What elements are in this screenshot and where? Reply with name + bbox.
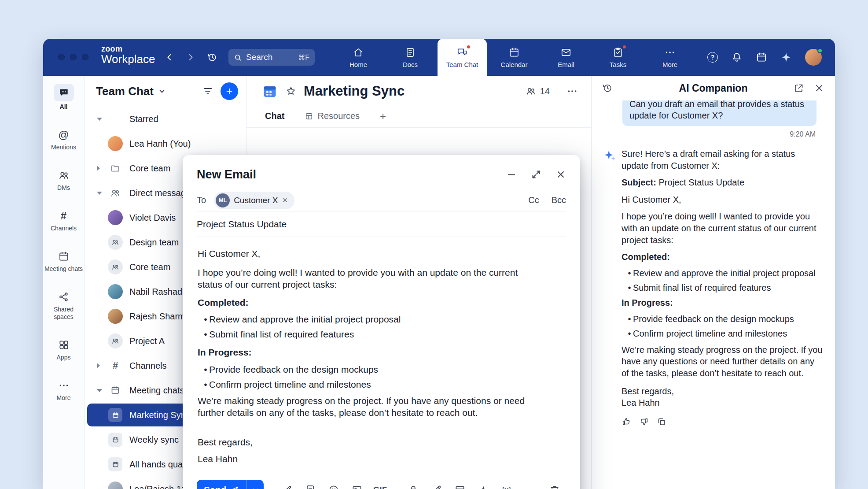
window-minimize-button[interactable] (70, 54, 77, 60)
more-icon (664, 47, 676, 58)
shared-spaces-icon (54, 290, 74, 304)
nav-email[interactable]: Email (541, 39, 591, 76)
rail-all[interactable]: All (44, 84, 84, 110)
forward-button[interactable] (186, 52, 195, 62)
composer-toolbar: Send GIF (183, 478, 580, 489)
ai-inprogress-heading: In Progress: (622, 297, 824, 309)
primary-nav: Home Docs Team Chat Calendar (334, 39, 695, 76)
recipient-chip[interactable]: ML Customer X (214, 192, 294, 209)
chat-title: Marketing Sync (304, 83, 405, 99)
sidebar-section-starred[interactable]: Starred (85, 107, 246, 131)
notifications-bell-icon[interactable] (731, 52, 743, 63)
tasks-notification-dot (622, 44, 627, 49)
emoji-icon[interactable] (322, 480, 345, 489)
left-icon-rail: All @ Mentions DMs # Channels Meeting (43, 76, 85, 489)
bcc-button[interactable]: Bcc (552, 195, 566, 205)
tab-add[interactable]: + (380, 110, 386, 122)
send-plane-icon (230, 485, 239, 489)
ai-close-icon[interactable] (814, 83, 824, 93)
nav-more[interactable]: More (645, 39, 695, 76)
help-icon[interactable]: ? (707, 52, 718, 63)
search-input[interactable]: Search ⌘F (228, 49, 315, 66)
ai-response: Sure! Here’s a draft email asking for a … (622, 148, 824, 426)
history-icon[interactable] (207, 52, 217, 63)
home-icon (353, 47, 364, 58)
new-chat-button[interactable] (221, 82, 238, 100)
user-avatar[interactable] (805, 49, 822, 66)
nav-tasks[interactable]: Tasks (593, 39, 643, 76)
window-zoom-button[interactable] (82, 54, 88, 60)
nav-calendar[interactable]: Calendar (489, 39, 539, 76)
tab-resources[interactable]: Resources (305, 111, 360, 121)
channels-hash-icon: # (54, 209, 74, 223)
back-button[interactable] (165, 52, 174, 62)
ai-response-body-intro: I hope you’re doing well! I wanted to pr… (622, 211, 824, 246)
calendar-quick-icon[interactable] (756, 52, 767, 63)
edit-pencil-icon[interactable] (425, 480, 448, 489)
all-chats-icon (54, 84, 74, 101)
nav-home[interactable]: Home (334, 39, 383, 76)
avatar (108, 136, 123, 151)
search-placeholder: Search (246, 52, 272, 62)
template-icon[interactable] (298, 480, 322, 489)
sidebar-item-lea-hanh[interactable]: Lea Hanh (You) (85, 131, 246, 156)
members-count[interactable]: 14 (526, 86, 550, 96)
new-email-modal: New Email To ML Customer X (183, 155, 580, 489)
gif-icon[interactable]: GIF (368, 480, 392, 489)
image-icon[interactable] (345, 480, 368, 489)
filter-icon[interactable] (202, 85, 213, 97)
trash-icon[interactable] (543, 480, 566, 489)
ai-history-icon[interactable] (602, 83, 613, 93)
nav-docs[interactable]: Docs (386, 39, 435, 76)
remove-recipient-icon[interactable] (282, 197, 288, 204)
copy-icon[interactable] (657, 417, 666, 426)
modal-expand-icon[interactable] (531, 169, 541, 180)
thumbs-up-icon[interactable] (622, 417, 631, 426)
sidebar-title-dropdown[interactable]: Team Chat (96, 85, 166, 98)
rail-channels[interactable]: # Channels (44, 209, 84, 232)
ai-sparkle-icon (603, 148, 617, 426)
tab-chat[interactable]: Chat (265, 111, 284, 121)
window-close-button[interactable] (58, 54, 65, 60)
ai-companion-topbar-icon[interactable] (780, 52, 792, 63)
email-inprogress-item: •Confirm project timeline and milestones (198, 378, 541, 390)
email-body-editor[interactable]: Hi Customer X, I hope you’re doing well!… (183, 237, 580, 478)
toolbar-more-icon[interactable] (518, 480, 541, 489)
thumbs-down-icon[interactable] (639, 417, 649, 426)
rail-shared-spaces[interactable]: Shared spaces (44, 290, 84, 320)
rail-apps[interactable]: Apps (44, 338, 84, 361)
send-options-button[interactable] (246, 480, 264, 489)
modal-close-icon[interactable] (555, 169, 566, 180)
ai-compose-icon[interactable] (471, 480, 495, 489)
send-button[interactable]: Send (197, 480, 246, 489)
dms-people-icon (54, 168, 74, 182)
zoom-workplace-window: zoom Workplace Search ⌘F (43, 39, 835, 489)
modal-minimize-icon[interactable] (506, 169, 517, 180)
group-avatar (108, 333, 123, 348)
rail-dms[interactable]: DMs (44, 168, 84, 191)
chat-more-options-icon[interactable] (566, 85, 578, 97)
group-avatar (108, 259, 123, 274)
docs-icon (405, 47, 416, 58)
signature-icon[interactable] (275, 480, 298, 489)
resources-icon (305, 112, 313, 121)
variable-icon[interactable]: {x} (495, 480, 518, 489)
layout-snippet-icon[interactable] (448, 480, 471, 489)
rail-meeting-chats[interactable]: Meeting chats (44, 249, 84, 272)
open-in-window-icon[interactable] (794, 83, 804, 93)
nav-team-chat[interactable]: Team Chat (438, 39, 487, 76)
rail-mentions[interactable]: @ Mentions (44, 128, 84, 151)
subject-input[interactable]: Project Status Update (197, 219, 287, 230)
team-chat-icon (456, 47, 468, 58)
recipient-avatar: ML (216, 193, 230, 207)
cc-button[interactable]: Cc (528, 195, 539, 205)
tasks-icon (612, 47, 624, 58)
encrypt-lock-icon[interactable] (401, 480, 425, 489)
avatar (108, 284, 123, 299)
ai-inprogress-item: •Provide feedback on the design mockups (622, 313, 824, 325)
modal-title: New Email (197, 168, 256, 182)
email-intro: I hope you’re doing well! I wanted to pr… (198, 267, 541, 290)
star-icon[interactable] (285, 85, 297, 97)
rail-more[interactable]: More (44, 378, 84, 401)
meeting-icon (108, 457, 122, 471)
